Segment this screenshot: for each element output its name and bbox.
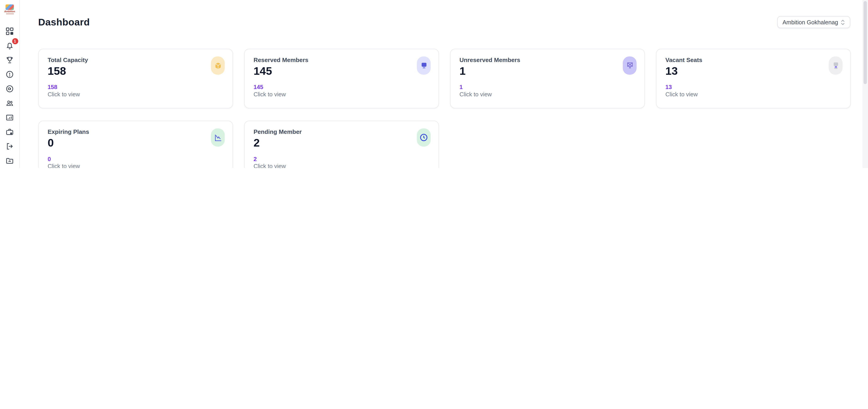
card-link-value[interactable]: 13 — [665, 84, 841, 90]
sidebar-nav: 1 — [5, 27, 14, 165]
scrollbar[interactable] — [863, 0, 868, 168]
notifications-bell-icon[interactable]: 1 — [5, 41, 14, 50]
chevron-up-down-icon — [841, 19, 845, 25]
coin-icon[interactable] — [5, 84, 14, 93]
scrollbar-thumb[interactable] — [864, 1, 867, 84]
logo-tagline — [6, 13, 13, 14]
members-group-icon[interactable] — [5, 99, 14, 108]
trophy-icon[interactable] — [5, 56, 14, 65]
card-vacant-seats[interactable]: Vacant Seats 13 13 Click to view — [656, 49, 851, 108]
card-link-value[interactable]: 158 — [48, 84, 223, 90]
card-link-label: Click to view — [48, 163, 223, 168]
card-link-label: Click to view — [460, 91, 636, 97]
logout-icon[interactable] — [5, 142, 14, 151]
card-title: Unreserved Members — [460, 56, 636, 63]
desk-icon — [417, 56, 431, 74]
cube-icon — [211, 56, 225, 74]
card-link-value[interactable]: 1 — [460, 84, 636, 90]
card-title: Vacant Seats — [665, 56, 841, 63]
card-link-value[interactable]: 0 — [48, 155, 223, 162]
branch-selector-value: Ambition Gokhalenag — [782, 19, 838, 26]
card-link-label: Click to view — [48, 91, 223, 97]
card-value: 2 — [253, 136, 430, 149]
page-title: Dashboard — [38, 17, 90, 28]
card-unreserved-members[interactable]: Unreserved Members 1 1 Click to view — [450, 49, 645, 108]
card-total-capacity[interactable]: Total Capacity 158 158 Click to view — [38, 49, 233, 108]
notification-badge: 1 — [12, 38, 18, 44]
card-title: Total Capacity — [48, 56, 223, 63]
card-value: 13 — [665, 65, 841, 77]
card-link-label: Click to view — [665, 91, 841, 97]
card-link-label: Click to view — [253, 163, 430, 168]
logo-mark-icon — [5, 4, 14, 10]
dashboard-page: Ambition 1 — [0, 0, 868, 168]
chart-down-icon — [211, 128, 225, 147]
sidebar: Ambition 1 — [0, 0, 20, 168]
clock-icon — [417, 128, 431, 147]
dashboard-grid-icon[interactable] — [5, 27, 14, 36]
stat-cards-grid: Total Capacity 158 158 Click to view Res… — [38, 49, 851, 168]
card-title: Expiring Plans — [48, 128, 223, 135]
card-link-value[interactable]: 145 — [253, 84, 430, 90]
card-value: 145 — [253, 65, 430, 77]
card-link-value[interactable]: 2 — [253, 155, 430, 162]
vacant-seat-icon — [829, 56, 842, 74]
card-value: 158 — [48, 65, 223, 77]
card-title: Reserved Members — [253, 56, 430, 63]
app-logo[interactable]: Ambition — [4, 4, 16, 14]
card-expiring-plans[interactable]: Expiring Plans 0 0 Click to view — [38, 121, 233, 168]
report-chart-icon[interactable] — [5, 113, 14, 122]
cash-bag-icon[interactable] — [5, 127, 14, 136]
card-title: Pending Member — [253, 128, 430, 135]
header: Dashboard Ambition Gokhalenag — [38, 16, 850, 28]
branch-selector[interactable]: Ambition Gokhalenag — [777, 16, 850, 28]
card-pending-member[interactable]: Pending Member 2 2 Click to view — [244, 121, 439, 168]
desk-x-icon — [623, 56, 637, 74]
logo-text: Ambition — [4, 10, 15, 13]
card-reserved-members[interactable]: Reserved Members 145 145 Click to view — [244, 49, 439, 108]
card-value: 0 — [48, 136, 223, 149]
card-value: 1 — [460, 65, 636, 77]
card-link-label: Click to view — [253, 91, 430, 97]
folder-icon[interactable] — [5, 156, 14, 165]
alert-circle-icon[interactable] — [5, 70, 14, 79]
